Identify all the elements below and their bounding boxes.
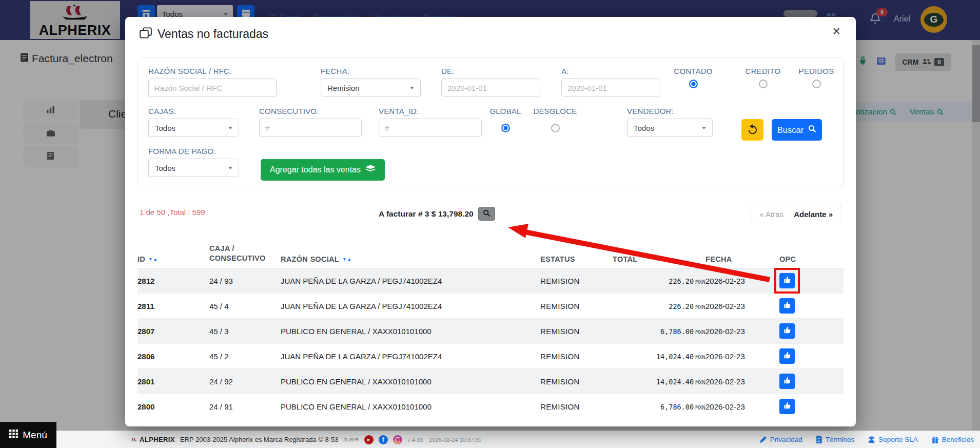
vendedor-select[interactable]: Todos: [627, 119, 713, 137]
atras-button[interactable]: « Atras: [759, 210, 783, 219]
vendedor-label: VENDEDOR:: [627, 107, 713, 115]
de-date-input[interactable]: [441, 79, 540, 97]
col-header-razon[interactable]: RAZÓN SOCIAL ▼▲: [281, 255, 540, 263]
cajas-select-value: Todos: [155, 124, 175, 132]
cell-id: 2800: [138, 402, 209, 411]
document-icon: [816, 436, 822, 443]
col-header-label: RAZÓN SOCIAL: [281, 255, 339, 263]
cell-estatus: REMISION: [540, 377, 613, 386]
footer-center: ALPHERIX ERP 2003-2025 Alpherix es Marca…: [130, 431, 481, 448]
facebook-icon[interactable]: f: [379, 435, 388, 444]
search-icon: [483, 209, 491, 219]
soporte-sla-link[interactable]: Soporte SLA: [868, 436, 918, 443]
cell-razon: PUBLICO EN GENERAL / XAXX010101000: [281, 377, 540, 386]
table-header-row: ID ▼▲ CAJA / CONSECUTIVO RAZÓN SOCIAL ▼▲…: [138, 242, 844, 268]
pedidos-radio[interactable]: [812, 80, 821, 88]
table-row: 2801 24 / 92 PUBLICO EN GENERAL / XAXX01…: [138, 369, 844, 394]
adelante-button[interactable]: Adelante »: [794, 210, 833, 219]
beneficios-link[interactable]: Beneficios: [931, 436, 974, 443]
filters-row-1: RAZÓN SOCIAL / RFC: FECHA: Remision DE: …: [148, 67, 833, 107]
cell-razon: JUAN PEÑA DE LA GARZA / PEGJ741002EZ4: [281, 277, 540, 285]
privacidad-link[interactable]: Privacidad: [759, 436, 802, 443]
copy-pages-icon: [140, 27, 152, 41]
desgloce-radio[interactable]: [551, 124, 560, 132]
cajas-select[interactable]: Todos: [148, 119, 239, 137]
cell-razon: JUAN PEÑA DE LA GARZA / PEGJ741002EZ4: [281, 352, 540, 361]
close-icon[interactable]: ×: [829, 24, 844, 39]
undo-icon: [748, 124, 758, 136]
cell-total: 6,786.00MXN: [613, 402, 705, 411]
a-facturar-search-button[interactable]: [478, 207, 495, 221]
forma-pago-select[interactable]: Todos: [148, 159, 239, 177]
buscar-button[interactable]: Buscar: [772, 119, 822, 141]
annotation-red-box: [779, 273, 795, 288]
razon-input[interactable]: [148, 79, 277, 97]
table-row: 2811 45 / 4 JUAN PEÑA DE LA GARZA / PEGJ…: [138, 294, 844, 319]
cell-total: 226.20MXN: [613, 277, 705, 285]
cell-fecha: 2026-02-23: [705, 377, 779, 386]
cell-total: 6,786.00MXN: [613, 327, 705, 336]
cell-caja: 45 / 3: [209, 327, 281, 336]
venta-id-label: VENTA_ID:: [379, 107, 482, 115]
support-agent-icon: [868, 436, 875, 443]
cell-id: 2812: [138, 277, 209, 285]
cell-fecha: 2026-02-23: [705, 302, 779, 310]
consecutivo-input[interactable]: [259, 119, 362, 137]
fecha-select-value: Remision: [327, 84, 360, 92]
chevron-down-icon: [228, 167, 232, 169]
razon-label: RAZÓN SOCIAL / RFC:: [148, 67, 277, 75]
footer-timestamp: 2026-02-24 10:37:31: [429, 437, 481, 443]
cell-estatus: REMISION: [540, 277, 613, 285]
venta-id-input[interactable]: [379, 119, 482, 137]
forma-pago-select-value: Todos: [155, 164, 175, 172]
contado-radio[interactable]: [689, 80, 698, 88]
global-label: GLOBAL: [482, 107, 528, 115]
a-date-input[interactable]: [561, 79, 660, 97]
footer-copyright: ERP 2003-2025 Alpherix es Marca Registra…: [180, 436, 339, 443]
sort-icons[interactable]: ▼▲: [342, 257, 352, 262]
agregar-todas-button[interactable]: Agregar todas las ventas: [261, 159, 385, 181]
gift-icon: [931, 436, 939, 443]
youtube-icon[interactable]: ▶: [364, 435, 374, 444]
agregar-label: Agregar todas las ventas: [270, 165, 361, 174]
cell-id: 2806: [138, 352, 209, 361]
hand-thumbs-up-icon: [783, 301, 791, 310]
cell-fecha: 2026-02-23: [705, 352, 779, 361]
cell-caja: 24 / 91: [209, 402, 281, 411]
reset-button[interactable]: [741, 119, 763, 141]
cajas-label: CAJAS:: [148, 107, 239, 115]
desgloce-label: DESGLOCE: [532, 107, 578, 115]
instagram-icon[interactable]: [393, 435, 402, 444]
cell-caja: 24 / 92: [209, 377, 281, 386]
footer-certification-marks: JL℗!®: [343, 437, 359, 442]
table-row: 2807 45 / 3 PUBLICO EN GENERAL / XAXX010…: [138, 319, 844, 344]
hand-thumbs-up-icon: [783, 326, 791, 336]
a-facturar-group: A facturar # 3 $ 13,798.20: [379, 207, 495, 221]
facturar-row-button[interactable]: [779, 298, 795, 314]
cell-id: 2807: [138, 327, 209, 336]
pagination: « Atras Adelante »: [751, 204, 841, 224]
cell-id: 2811: [138, 302, 209, 310]
fecha-select[interactable]: Remision: [321, 79, 421, 97]
facturar-row-button[interactable]: [779, 348, 795, 364]
de-label: DE:: [441, 67, 540, 75]
page-info: 1 de 50 ,Total : 599: [140, 208, 205, 217]
facturar-row-button[interactable]: [779, 273, 795, 288]
modal-title: Ventas no facturadas: [158, 27, 268, 41]
cell-razon: JUAN PEÑA DE LA GARZA / PEGJ741002EZ4: [281, 302, 540, 310]
sort-icons[interactable]: ▼▲: [148, 257, 158, 262]
modal-header: Ventas no facturadas ×: [125, 17, 856, 51]
a-facturar-text: A facturar # 3 $ 13,798.20: [379, 209, 474, 219]
facturar-row-button[interactable]: [779, 374, 795, 389]
facturar-row-button[interactable]: [779, 399, 795, 414]
terminos-link[interactable]: Términos: [816, 436, 854, 443]
consecutivo-label: CONSECUTIVO:: [259, 107, 362, 115]
col-header-id[interactable]: ID ▼▲: [138, 255, 209, 263]
grid-menu-icon: [9, 430, 18, 441]
facturar-row-button[interactable]: [779, 323, 795, 339]
credito-radio[interactable]: [759, 80, 768, 88]
fecha-label: FECHA:: [321, 67, 421, 75]
menu-button[interactable]: Menú: [0, 422, 56, 448]
table-row: 2812 24 / 93 JUAN PEÑA DE LA GARZA / PEG…: [138, 268, 844, 294]
global-radio[interactable]: [501, 124, 510, 132]
